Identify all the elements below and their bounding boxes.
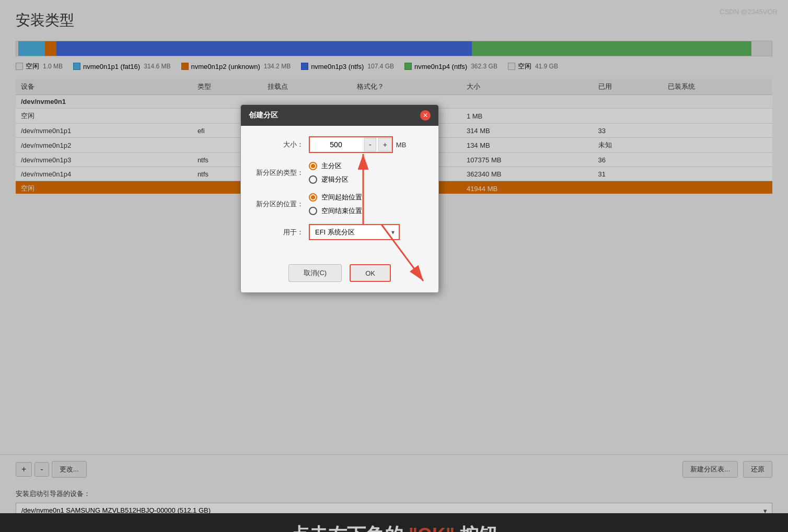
size-plus-button[interactable]: + bbox=[378, 138, 392, 151]
modal-close-button[interactable]: ✕ bbox=[420, 110, 431, 121]
ok-button[interactable]: OK bbox=[350, 264, 391, 282]
use-select[interactable]: EFI 系统分区ext4ext3swapbtrfs不使用此分区 bbox=[310, 225, 399, 239]
type-logical-option[interactable]: 逻辑分区 bbox=[309, 175, 349, 184]
size-label: 大小： bbox=[251, 140, 309, 149]
cancel-button[interactable]: 取消(C) bbox=[288, 264, 342, 282]
size-input-wrapper: - + bbox=[309, 136, 393, 153]
modal-use-row: 用于： EFI 系统分区ext4ext3swapbtrfs不使用此分区 bbox=[251, 224, 428, 240]
size-unit: MB bbox=[396, 141, 407, 149]
type-primary-option[interactable]: 主分区 bbox=[309, 161, 349, 171]
location-end-label: 空间结束位置 bbox=[321, 206, 362, 216]
type-logical-radio bbox=[309, 175, 317, 184]
location-label: 新分区的位置： bbox=[251, 199, 309, 209]
type-label: 新分区的类型： bbox=[251, 168, 309, 178]
location-start-label: 空间起始位置 bbox=[321, 193, 362, 202]
location-radio-group: 空间起始位置 空间结束位置 bbox=[309, 193, 362, 216]
location-end-option[interactable]: 空间结束位置 bbox=[309, 206, 362, 216]
size-minus-button[interactable]: - bbox=[364, 138, 376, 151]
modal-header: 创建分区 ✕ bbox=[241, 105, 438, 126]
modal-overlay: 创建分区 ✕ 大小： - + MB 新分区的类型： 主分区 bbox=[0, 0, 788, 532]
location-start-radio bbox=[309, 193, 317, 202]
location-start-option[interactable]: 空间起始位置 bbox=[309, 193, 362, 202]
use-select-wrapper: EFI 系统分区ext4ext3swapbtrfs不使用此分区 bbox=[309, 224, 400, 240]
modal-size-row: 大小： - + MB bbox=[251, 136, 428, 153]
use-label: 用于： bbox=[251, 228, 309, 237]
type-radio-group: 主分区 逻辑分区 bbox=[309, 161, 349, 184]
modal-body: 大小： - + MB 新分区的类型： 主分区 bbox=[241, 126, 438, 259]
size-input[interactable] bbox=[310, 137, 362, 152]
type-primary-radio bbox=[309, 162, 317, 170]
type-logical-label: 逻辑分区 bbox=[321, 175, 349, 184]
create-partition-dialog: 创建分区 ✕ 大小： - + MB 新分区的类型： 主分区 bbox=[240, 104, 439, 293]
modal-title: 创建分区 bbox=[249, 111, 278, 120]
location-end-radio bbox=[309, 207, 317, 215]
type-primary-label: 主分区 bbox=[321, 161, 342, 171]
modal-footer: 取消(C) OK bbox=[241, 259, 438, 292]
modal-location-row: 新分区的位置： 空间起始位置 空间结束位置 bbox=[251, 193, 428, 216]
modal-type-row: 新分区的类型： 主分区 逻辑分区 bbox=[251, 161, 428, 184]
